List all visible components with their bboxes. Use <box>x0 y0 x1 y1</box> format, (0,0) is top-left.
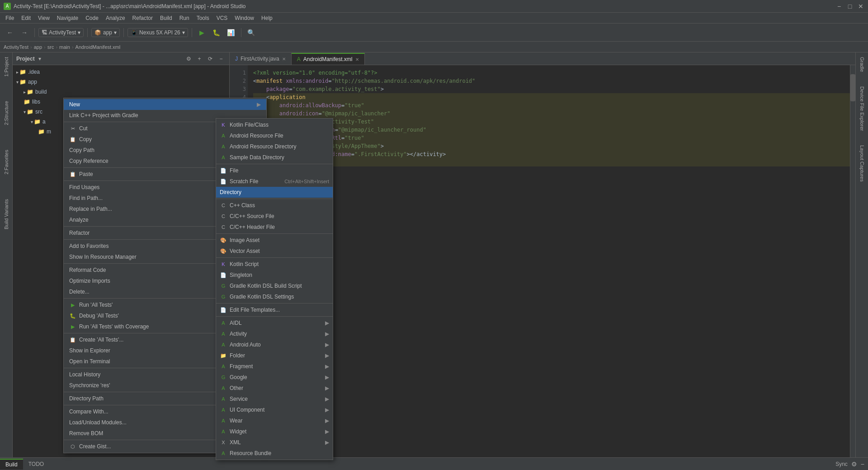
menu-vcs[interactable]: VCS <box>213 14 231 22</box>
menu-tools[interactable]: Tools <box>193 14 213 22</box>
far-right-tab-layout[interactable]: Layout Captures <box>858 142 867 185</box>
editor-code-area[interactable]: <?xml version="1.0" encoding="utf-8"?> <… <box>248 65 855 457</box>
maximize-button[interactable]: □ <box>846 3 854 10</box>
submenu-sample-data[interactable]: A Sample Data Directory <box>216 152 333 163</box>
code-line-8: android:label="Activity-Test" <box>253 118 850 126</box>
sidebar-tab-project[interactable]: 1:Project <box>2 54 11 79</box>
debug-button[interactable]: 🐛 <box>210 26 223 39</box>
build-settings-button[interactable]: ⚙ <box>851 461 857 468</box>
submenu-xml[interactable]: X XML ▶ <box>216 437 333 448</box>
submenu-google[interactable]: G Google ▶ <box>216 372 333 383</box>
scrollbar-thumb[interactable] <box>850 74 855 101</box>
submenu-vector-asset[interactable]: 🎨 Vector Asset <box>216 246 333 256</box>
breadcrumb-project[interactable]: ActivityTest <box>4 44 28 50</box>
folder-sub-icon: 📁 <box>220 352 227 359</box>
menu-run[interactable]: Run <box>176 14 193 22</box>
menu-edit[interactable]: Edit <box>18 14 34 22</box>
bottom-tab-build[interactable]: Build <box>0 459 23 470</box>
submenu-wear[interactable]: A Wear ▶ <box>216 415 333 426</box>
submenu-cpp-source[interactable]: C C/C++ Source File <box>216 211 333 222</box>
menu-window[interactable]: Window <box>231 14 258 22</box>
panel-settings-button[interactable]: ⚙ <box>184 54 193 63</box>
templates-icon: 📄 <box>220 306 227 313</box>
panel-sync-button[interactable]: ⟳ <box>206 54 215 63</box>
menu-view[interactable]: View <box>34 14 53 22</box>
title-controls[interactable]: − □ ✕ <box>835 3 864 10</box>
service-icon: A <box>220 395 227 403</box>
sync-button[interactable]: Sync <box>835 461 848 467</box>
submenu-gradle-kotlin-settings[interactable]: G Gradle Kotlin DSL Settings <box>216 291 333 302</box>
submenu-file[interactable]: 📄 File <box>216 165 333 176</box>
run-button[interactable]: ▶ <box>196 26 208 39</box>
breadcrumb-app[interactable]: app <box>34 44 42 50</box>
panel-plus-button[interactable]: + <box>195 54 204 63</box>
far-right-tab-gradle[interactable]: Gradle <box>858 54 867 75</box>
menu-navigate[interactable]: Navigate <box>53 14 82 22</box>
coverage-button[interactable]: 📊 <box>225 26 237 39</box>
ctx-new[interactable]: New ▶ <box>64 99 266 110</box>
project-dropdown[interactable]: 🏗 ActivityTest ▾ <box>38 28 84 37</box>
submenu-kotlin-script[interactable]: K Kotlin Script <box>216 259 333 270</box>
submenu-cpp-header[interactable]: C C/C++ Header File <box>216 222 333 233</box>
tree-item-idea[interactable]: ▸ 📁 .idea <box>13 67 229 77</box>
submenu-android-resource-dir[interactable]: A Android Resource Directory <box>216 141 333 152</box>
submenu-fragment[interactable]: A Fragment ▶ <box>216 361 333 372</box>
module-dropdown[interactable]: 📦 app ▾ <box>91 28 120 37</box>
editor-scrollbar[interactable] <box>850 65 855 457</box>
menu-build[interactable]: Build <box>156 14 176 22</box>
breadcrumb-sep-3: › <box>56 44 57 50</box>
bottom-tab-todo[interactable]: TODO <box>23 459 49 469</box>
submenu-activity[interactable]: A Activity ▶ <box>216 328 333 339</box>
sidebar-tab-build-variants[interactable]: Build Variants <box>2 196 11 232</box>
submenu-folder[interactable]: 📁 Folder ▶ <box>216 350 333 361</box>
submenu-android-auto[interactable]: A Android Auto ▶ <box>216 339 333 350</box>
submenu-aidl[interactable]: A AIDL ▶ <box>216 318 333 328</box>
tree-item-app[interactable]: ▾ 📁 app <box>13 77 229 87</box>
panel-minimize-button[interactable]: − <box>217 54 226 63</box>
breadcrumb-main[interactable]: main <box>59 44 70 50</box>
tree-arrow-open: ▾ <box>16 80 19 85</box>
submenu-service-arrow: ▶ <box>325 396 329 402</box>
submenu-ui-component[interactable]: A UI Component ▶ <box>216 404 333 415</box>
minimize-button[interactable]: − <box>835 3 843 10</box>
menu-refactor[interactable]: Refactor <box>129 14 156 22</box>
toolbar-separator-3 <box>123 28 124 37</box>
tab-first-activity[interactable]: J FirstActivity.java ✕ <box>230 53 292 65</box>
submenu-android-resource-file[interactable]: A Android Resource File <box>216 130 333 141</box>
breadcrumb-src[interactable]: src <box>47 44 54 50</box>
close-button[interactable]: ✕ <box>857 3 864 10</box>
tree-item-label-build: build <box>35 89 47 95</box>
menu-file[interactable]: File <box>2 14 18 22</box>
tree-item-build[interactable]: ▸ 📁 build <box>13 87 229 97</box>
menu-analyze[interactable]: Analyze <box>102 14 129 22</box>
sidebar-tab-favorites[interactable]: 2:Favorites <box>2 147 11 177</box>
back-button[interactable]: ← <box>4 26 16 39</box>
submenu-gradle-kotlin-build[interactable]: G Gradle Kotlin DSL Build Script <box>216 280 333 291</box>
menu-code[interactable]: Code <box>82 14 102 22</box>
submenu-cpp-class[interactable]: C C++ Class <box>216 200 333 211</box>
far-right-tab-device-explorer[interactable]: Device File Explorer <box>858 84 867 133</box>
tab-close-first-activity[interactable]: ✕ <box>282 57 286 62</box>
breadcrumb-manifest[interactable]: AndroidManifest.xml <box>75 44 121 50</box>
sidebar-tab-structure[interactable]: 2:Structure <box>2 98 11 128</box>
submenu-fragment-arrow: ▶ <box>325 363 329 370</box>
submenu-other[interactable]: A Other ▶ <box>216 383 333 394</box>
search-button[interactable]: 🔍 <box>245 26 258 39</box>
submenu-directory[interactable]: Directory <box>216 187 333 198</box>
menu-help[interactable]: Help <box>258 14 276 22</box>
submenu-edit-templates[interactable]: 📄 Edit File Templates... <box>216 304 333 315</box>
submenu-image-asset[interactable]: 🎨 Image Asset <box>216 235 333 246</box>
submenu-kotlin-file[interactable]: K Kotlin File/Class <box>216 119 333 130</box>
sample-icon: A <box>220 154 227 161</box>
device-dropdown[interactable]: 📱 Nexus 5X API 26 ▾ <box>127 28 188 37</box>
ctx-replace-label: Replace in Path... <box>69 206 225 212</box>
tab-close-manifest[interactable]: ✕ <box>355 57 359 62</box>
submenu-resource-bundle[interactable]: A Resource Bundle <box>216 448 333 459</box>
build-minimize-button[interactable]: − <box>861 461 864 468</box>
forward-button[interactable]: → <box>18 26 31 39</box>
submenu-singleton[interactable]: 📄 Singleton <box>216 270 333 280</box>
submenu-scratch-file[interactable]: 📄 Scratch File Ctrl+Alt+Shift+Insert <box>216 176 333 187</box>
submenu-service[interactable]: A Service ▶ <box>216 394 333 404</box>
submenu-widget[interactable]: A Widget ▶ <box>216 426 333 437</box>
tab-android-manifest[interactable]: A AndroidManifest.xml ✕ <box>292 53 365 65</box>
